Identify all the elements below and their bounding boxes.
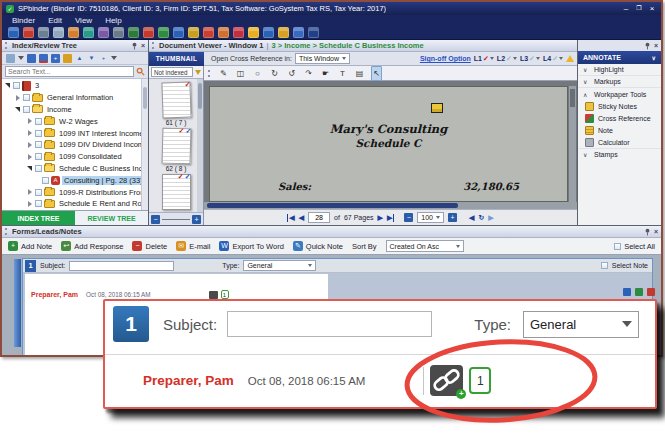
signoff-level-3[interactable]: L3 ✓	[520, 55, 540, 63]
drag-grip[interactable]	[5, 228, 9, 235]
document-vertical-scrollbar[interactable]	[569, 86, 576, 202]
tree-item-schedule-e[interactable]: Schedule E Rent and Royalty	[2, 198, 148, 210]
tree-item-1099-int[interactable]: 1099 INT Interest Income	[2, 127, 148, 139]
close-panel-icon[interactable]: ×	[141, 42, 145, 49]
collapsed-icon[interactable]	[26, 130, 33, 136]
subject-input[interactable]	[69, 261, 174, 271]
section-markups[interactable]: ∨ Markups	[578, 76, 661, 88]
footprints-icon[interactable]	[308, 27, 319, 38]
restore-button[interactable]: ❐	[634, 4, 644, 13]
collapsed-icon[interactable]	[26, 118, 33, 124]
note-tool-icon[interactable]: ✎	[218, 67, 229, 80]
add-folder-icon[interactable]: +	[51, 54, 60, 63]
zoom-out-button[interactable]: −	[151, 215, 160, 224]
rotate-ccw-icon[interactable]: ↺	[286, 67, 297, 80]
tree-checkbox[interactable]	[23, 106, 30, 113]
spreadsheet-gold-icon[interactable]	[188, 27, 199, 38]
collapsed-icon[interactable]	[26, 189, 33, 195]
tree-checkbox[interactable]	[35, 153, 42, 160]
refresh-button[interactable]: ↻	[478, 214, 484, 222]
first-page-button[interactable]: ◀	[287, 214, 294, 222]
signoff-level-1[interactable]: L1 ✓	[474, 55, 494, 63]
help-icon[interactable]	[263, 27, 274, 38]
web-icon[interactable]	[143, 27, 154, 38]
warning-icon[interactable]	[566, 55, 574, 62]
folder-icon[interactable]	[203, 27, 214, 38]
menu-edit[interactable]: Edit	[48, 16, 62, 25]
zoom-out-button[interactable]: −	[404, 213, 413, 222]
tool-sticky-notes[interactable]: Sticky Notes	[578, 100, 661, 112]
collapsed-icon[interactable]	[26, 142, 33, 148]
page-thumbnail[interactable]: ✓ ✓	[162, 174, 191, 210]
collapse-all-icon[interactable]	[39, 54, 48, 63]
section-workpaper-tools[interactable]: ∧ Workpaper Tools	[578, 88, 661, 100]
pin-icon[interactable]	[131, 42, 138, 50]
page-thumbnail[interactable]: ✓	[161, 82, 191, 119]
tree-item-w2-wages[interactable]: W-2 Wages	[2, 115, 148, 127]
tree-checkbox[interactable]	[42, 177, 49, 184]
move-down-icon[interactable]: ▼	[87, 54, 96, 63]
text-select-icon[interactable]: T	[337, 67, 348, 80]
thumbnail-scrollbar[interactable]	[197, 79, 203, 212]
link-icon[interactable]	[209, 291, 218, 299]
history-back-button[interactable]: ◀	[469, 214, 474, 222]
chevron-down-icon[interactable]	[513, 57, 517, 60]
export-pdf-icon[interactable]	[23, 27, 34, 38]
close-panel-icon[interactable]: ×	[654, 42, 658, 49]
rotate-180-icon[interactable]: ↷	[303, 67, 314, 80]
settings-icon[interactable]	[98, 27, 109, 38]
pan-tool-icon[interactable]: ☛	[320, 67, 331, 80]
tree-item-1099-div[interactable]: 1099 DIV Dividend Income	[2, 139, 148, 151]
expanded-icon[interactable]	[26, 166, 33, 171]
drag-grip[interactable]	[208, 70, 212, 77]
email-button[interactable]: ✉ E-mail	[176, 241, 210, 251]
add-note-button[interactable]: + Add Note	[8, 241, 52, 251]
previous-page-button[interactable]: ◀	[299, 214, 304, 222]
lock-icon[interactable]	[248, 27, 259, 38]
add-binder-icon[interactable]	[128, 27, 139, 38]
zoom-level-select[interactable]: 100	[417, 212, 444, 223]
chevron-down-icon[interactable]	[536, 57, 540, 60]
collapsed-icon[interactable]	[14, 95, 21, 101]
tab-index-tree[interactable]: INDEX TREE	[2, 211, 75, 225]
collapsed-icon[interactable]	[26, 201, 33, 207]
fit-page-icon[interactable]: ○	[252, 67, 263, 80]
document-horizontal-scrollbar[interactable]	[204, 202, 577, 209]
print-icon[interactable]	[38, 27, 49, 38]
select-mode-icon[interactable]	[6, 54, 15, 63]
expanded-icon[interactable]	[4, 83, 11, 88]
user-icon[interactable]	[278, 27, 289, 38]
signoff-level-2[interactable]: L2 ✓	[497, 55, 517, 63]
cross-reference-select[interactable]: This Window	[295, 53, 350, 64]
select-all-control[interactable]: Select All	[614, 242, 655, 251]
quick-note-button[interactable]: ✎ Quick Note	[293, 241, 343, 251]
snapshot-icon[interactable]: ▤	[354, 67, 365, 80]
select-note-checkbox[interactable]	[601, 262, 608, 269]
folder-options-icon[interactable]	[63, 54, 72, 63]
move-up-icon[interactable]: ▲	[75, 54, 84, 63]
note-email-icon[interactable]	[623, 288, 631, 296]
menu-help[interactable]: Help	[105, 16, 121, 25]
open-document-icon[interactable]	[53, 27, 64, 38]
close-panel-icon[interactable]: ×	[654, 228, 658, 235]
expanded-icon[interactable]	[14, 107, 21, 112]
spreadsheet-blue-icon[interactable]	[173, 27, 184, 38]
type-select[interactable]: General	[243, 260, 316, 271]
tree-item-binder-root[interactable]: 3	[2, 80, 148, 92]
chevron-down-icon[interactable]	[559, 57, 563, 60]
chevron-down-icon[interactable]	[490, 57, 494, 60]
chevron-down-icon[interactable]	[111, 56, 117, 60]
filter-icon[interactable]	[195, 70, 201, 75]
tool-cross-reference[interactable]: Cross Reference	[578, 112, 661, 124]
info-icon[interactable]	[293, 27, 304, 38]
next-page-button[interactable]: ▶	[378, 214, 383, 222]
rotate-cw-icon[interactable]: ↻	[269, 67, 280, 80]
tool-note[interactable]: Note	[578, 124, 661, 136]
add-response-button[interactable]: ↩ Add Response	[61, 241, 123, 251]
pin-icon[interactable]	[644, 42, 651, 50]
transfer-icon[interactable]	[113, 27, 124, 38]
tree-checkbox[interactable]	[35, 165, 42, 172]
tree-checkbox[interactable]	[35, 141, 42, 148]
history-forward-button[interactable]: ▶	[488, 214, 493, 222]
thumbnail-filter-select[interactable]: Not indexed	[151, 67, 193, 77]
